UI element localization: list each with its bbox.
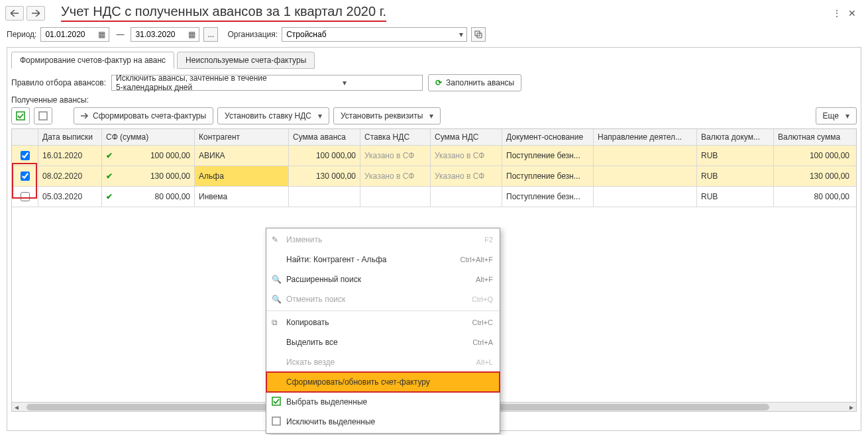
- table-row[interactable]: 05.03.2020 ✔80 000,00 Инвема Поступление…: [12, 187, 856, 207]
- separator: [266, 311, 500, 311]
- cell-basis-doc: Поступление безн...: [502, 187, 594, 207]
- calendar-icon[interactable]: ▦: [95, 30, 107, 39]
- cell-currency: RUB: [697, 187, 774, 207]
- cell-vat-sum: [431, 187, 502, 207]
- calendar-icon[interactable]: ▦: [186, 30, 197, 39]
- chevron-down-icon[interactable]: ▾: [457, 30, 465, 39]
- ctx-cancel-search[interactable]: 🔍 Отменить поиск Ctrl+Q: [266, 289, 500, 309]
- ctx-find[interactable]: Найти: Контрагент - Альфа Ctrl+Alt+F: [266, 250, 500, 269]
- date-to-input[interactable]: [134, 29, 186, 40]
- form-invoices-label: Сформировать счета-фактуры: [93, 111, 206, 121]
- cell-currency: RUB: [697, 166, 774, 186]
- cancel-search-icon: 🔍: [272, 295, 286, 304]
- advance-rule-value: Исключить авансы, зачтенные в течение 5-…: [116, 73, 268, 92]
- cell-vat-rate: [360, 187, 431, 207]
- refresh-icon: ⟳: [435, 78, 442, 87]
- cell-currency: RUB: [697, 146, 774, 166]
- col-currency[interactable]: Валюта докум...: [697, 129, 774, 145]
- row-checkbox[interactable]: [21, 171, 30, 181]
- pencil-icon: ✎: [272, 235, 286, 244]
- cell-advance-sum: 130 000,00: [289, 166, 360, 186]
- check-icon: ✔: [106, 192, 113, 201]
- svg-rect-4: [272, 417, 280, 425]
- search-icon: 🔍: [272, 275, 286, 284]
- ctx-form-invoice[interactable]: Сформировать/обновить счет-фактуру: [266, 372, 500, 392]
- forward-button[interactable]: [27, 6, 45, 21]
- cell-sf: ✔80 000,00: [102, 187, 195, 207]
- date-from-input[interactable]: [44, 29, 95, 40]
- ctx-edit[interactable]: ✎ Изменить F2: [266, 230, 500, 250]
- table-row[interactable]: 16.01.2020 ✔100 000,00 АВИКА 100 000,00 …: [12, 146, 856, 166]
- back-button[interactable]: [5, 6, 24, 21]
- svg-rect-2: [39, 112, 47, 120]
- col-basis-doc[interactable]: Документ-основание: [502, 129, 594, 145]
- period-label: Период:: [7, 30, 36, 39]
- ctx-select-all[interactable]: Выделить все Ctrl+A: [266, 332, 500, 352]
- cell-currency-sum: 130 000,00: [774, 166, 856, 186]
- cell-vat-rate: Указано в СФ: [360, 166, 431, 186]
- cell-date: 16.01.2020: [38, 146, 102, 166]
- cell-currency-sum: 100 000,00: [774, 146, 856, 166]
- select-all-button[interactable]: [11, 107, 30, 124]
- table-header: Дата выписки СФ (сумма) Контрагент Сумма…: [12, 129, 856, 146]
- organization-field[interactable]: ▾: [282, 27, 467, 42]
- more-button[interactable]: Еще ▾: [816, 107, 857, 124]
- tab-unused-invoices[interactable]: Неиспользуемые счета-фактуры: [177, 52, 315, 69]
- col-date[interactable]: Дата выписки: [38, 129, 102, 145]
- col-advance-sum[interactable]: Сумма аванса: [289, 129, 360, 145]
- row-checkbox[interactable]: [21, 151, 30, 160]
- svg-rect-3: [272, 397, 280, 405]
- cell-basis-doc: Поступление безн...: [502, 146, 594, 166]
- scroll-right-icon[interactable]: ▸: [847, 403, 856, 412]
- col-activity-direction[interactable]: Направление деятел...: [594, 129, 697, 145]
- chevron-down-icon: ▾: [845, 111, 849, 121]
- ctx-search-everywhere[interactable]: Искать везде Alt+L: [266, 352, 500, 372]
- page-title: Учет НДС с полученных авансов за 1 кварт…: [61, 4, 386, 22]
- org-open-button[interactable]: [471, 27, 486, 42]
- cell-advance-sum: 100 000,00: [289, 146, 360, 166]
- tab-form-invoices[interactable]: Формирование счетов-фактур на аванс: [11, 52, 174, 69]
- advance-rule-combo[interactable]: Исключить авансы, зачтенные в течение 5-…: [111, 75, 423, 91]
- table-row[interactable]: 08.02.2020 ✔130 000,00 Альфа 130 000,00 …: [12, 166, 856, 187]
- empty-square-icon: [272, 416, 286, 428]
- rule-label: Правило отбора авансов:: [11, 78, 106, 87]
- date-to-field[interactable]: ▦: [131, 27, 199, 42]
- period-picker-button[interactable]: ...: [203, 27, 218, 42]
- cell-direction: [594, 187, 697, 207]
- row-checkbox[interactable]: [21, 192, 30, 201]
- organization-input[interactable]: [285, 29, 457, 40]
- close-icon[interactable]: ✕: [848, 8, 856, 19]
- chevron-down-icon[interactable]: ▾: [268, 78, 421, 87]
- col-currency-sum[interactable]: Валютная сумма: [774, 129, 856, 145]
- col-counterparty[interactable]: Контрагент: [195, 129, 289, 145]
- chevron-down-icon: ▾: [318, 111, 322, 121]
- deselect-all-button[interactable]: [34, 107, 52, 124]
- cell-basis-doc: Поступление безн...: [502, 166, 594, 186]
- dash: —: [113, 30, 127, 39]
- form-invoices-button[interactable]: Сформировать счета-фактуры: [74, 107, 213, 124]
- cell-currency-sum: 80 000,00: [774, 187, 856, 207]
- chevron-down-icon: ▾: [429, 111, 433, 121]
- col-vat-rate[interactable]: Ставка НДС: [360, 129, 431, 145]
- ctx-copy[interactable]: ⧉ Копировать Ctrl+C: [266, 313, 500, 332]
- set-requisites-button[interactable]: Установить реквизиты ▾: [333, 107, 441, 124]
- more-actions-icon[interactable]: ⋮: [832, 8, 841, 19]
- ctx-exclude-selected[interactable]: Исключить выделенные: [266, 412, 500, 432]
- col-sf-sum[interactable]: СФ (сумма): [102, 129, 195, 145]
- svg-rect-1: [17, 112, 25, 120]
- cell-vat-sum: Указано в СФ: [431, 166, 502, 186]
- ctx-pick-selected[interactable]: Выбрать выделенные: [266, 392, 500, 412]
- set-vat-rate-button[interactable]: Установить ставку НДС ▾: [217, 107, 329, 124]
- cell-direction: [594, 166, 697, 186]
- cell-advance-sum: [289, 187, 360, 207]
- ctx-advanced-search[interactable]: 🔍 Расширенный поиск Alt+F: [266, 269, 500, 289]
- context-menu: ✎ Изменить F2 Найти: Контрагент - Альфа …: [266, 228, 500, 434]
- date-from-field[interactable]: ▦: [40, 27, 109, 42]
- cell-counterparty: Альфа: [195, 166, 289, 186]
- set-requisites-label: Установить реквизиты: [341, 111, 423, 121]
- col-vat-sum[interactable]: Сумма НДС: [431, 129, 502, 145]
- scroll-left-icon[interactable]: ◂: [12, 403, 21, 412]
- fill-advances-button[interactable]: ⟳ Заполнить авансы: [428, 74, 521, 91]
- copy-icon: ⧉: [272, 318, 286, 327]
- col-check[interactable]: [12, 129, 38, 145]
